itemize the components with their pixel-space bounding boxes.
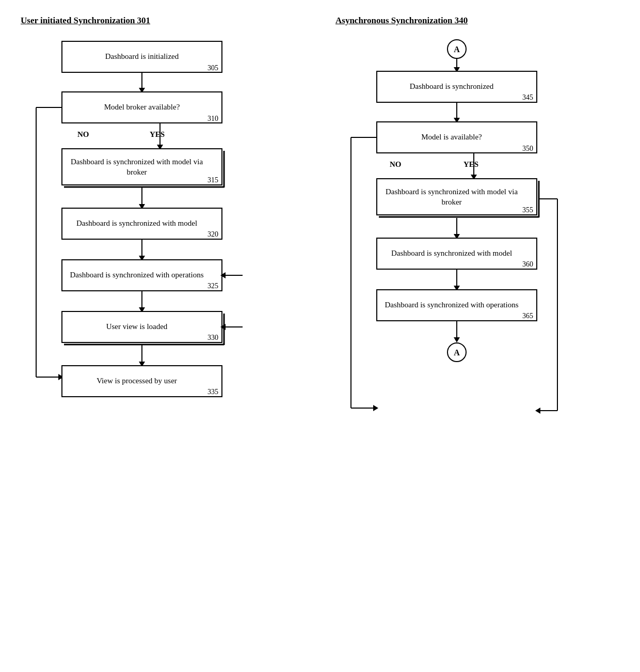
- svg-text:325: 325: [207, 282, 218, 290]
- svg-text:NO: NO: [390, 160, 402, 168]
- svg-text:Dashboard is initialized: Dashboard is initialized: [105, 52, 179, 60]
- svg-text:355: 355: [522, 206, 533, 214]
- svg-text:YES: YES: [463, 160, 478, 168]
- svg-text:A: A: [454, 348, 460, 357]
- svg-text:A: A: [454, 45, 460, 54]
- svg-rect-64: [377, 179, 537, 215]
- svg-text:User view is loaded: User view is loaded: [106, 322, 168, 331]
- svg-marker-89: [454, 337, 460, 342]
- svg-text:NO: NO: [77, 130, 89, 138]
- right-flowchart: A Dashboard is synchronized 345 Model is…: [335, 36, 619, 646]
- svg-text:broker: broker: [126, 168, 147, 176]
- svg-text:305: 305: [207, 64, 218, 72]
- svg-text:Dashboard is synchronized with: Dashboard is synchronized with model: [76, 219, 197, 227]
- svg-text:365: 365: [522, 312, 533, 320]
- svg-text:YES: YES: [150, 130, 165, 138]
- svg-text:320: 320: [207, 230, 218, 238]
- svg-rect-12: [62, 149, 222, 185]
- left-flowchart: Dashboard is initialized 305 Model broke…: [21, 36, 305, 646]
- svg-text:360: 360: [522, 260, 533, 268]
- svg-text:Dashboard is synchronized with: Dashboard is synchronized with model via: [386, 187, 518, 196]
- right-column-title: Asynchronous Synchronization 340: [335, 15, 619, 26]
- svg-text:315: 315: [207, 176, 218, 184]
- svg-text:Dashboard is synchronized with: Dashboard is synchronized with model via: [71, 158, 203, 166]
- left-column-title: User initiated Synchronization 301: [21, 15, 305, 26]
- svg-text:Dashboard is synchronized with: Dashboard is synchronized with model: [391, 249, 512, 257]
- svg-text:Dashboard is synchronized with: Dashboard is synchronized with operation…: [70, 271, 203, 279]
- diagram-container: User initiated Synchronization 301 Dashb…: [10, 15, 630, 646]
- svg-text:Model is available?: Model is available?: [421, 133, 482, 141]
- svg-text:Model broker available?: Model broker available?: [104, 103, 180, 111]
- left-column: User initiated Synchronization 301 Dashb…: [21, 15, 305, 646]
- svg-text:330: 330: [207, 334, 218, 341]
- right-column: Asynchronous Synchronization 340 A Dashb…: [335, 15, 619, 646]
- svg-text:Dashboard is synchronized: Dashboard is synchronized: [410, 82, 494, 90]
- svg-text:310: 310: [207, 115, 218, 122]
- svg-text:350: 350: [522, 145, 533, 152]
- svg-text:broker: broker: [441, 198, 461, 206]
- svg-marker-73: [373, 405, 378, 411]
- svg-text:335: 335: [207, 388, 218, 396]
- svg-marker-77: [535, 408, 540, 414]
- svg-text:345: 345: [522, 93, 533, 101]
- svg-text:View is processed by user: View is processed by user: [97, 377, 177, 385]
- svg-text:Dashboard is synchronized with: Dashboard is synchronized with operation…: [385, 301, 518, 309]
